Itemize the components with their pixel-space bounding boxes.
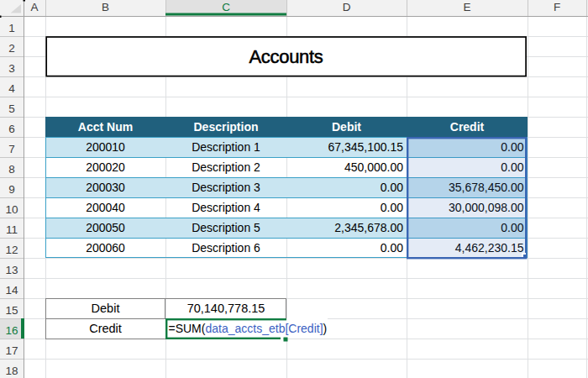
svg-text:17: 17 [5,344,18,357]
svg-text:8: 8 [8,163,15,176]
svg-text:200040: 200040 [86,201,125,214]
svg-text:Description 2: Description 2 [192,160,260,174]
svg-text:3: 3 [8,62,15,75]
svg-text:200050: 200050 [86,221,125,234]
svg-text:200010: 200010 [86,140,125,154]
svg-text:A: A [30,1,38,13]
svg-text:67,345,100.15: 67,345,100.15 [328,140,403,154]
svg-text:Description: Description [193,120,258,134]
svg-text:C: C [222,1,230,13]
svg-text:9: 9 [8,183,15,196]
svg-text:E: E [463,1,470,13]
svg-text:4: 4 [8,82,15,95]
svg-text:Acct Num: Acct Num [78,120,133,134]
svg-text:18: 18 [5,365,18,377]
svg-text:450,000.00: 450,000.00 [344,160,403,174]
svg-text:0.00: 0.00 [381,201,403,214]
svg-text:Accounts: Accounts [249,46,323,67]
svg-text:Description 4: Description 4 [192,201,260,214]
svg-text:14: 14 [5,284,18,297]
svg-text:1: 1 [8,22,15,34]
svg-text:Credit: Credit [89,322,122,335]
svg-text:200060: 200060 [86,241,125,255]
svg-text:200020: 200020 [86,160,125,174]
svg-text:Description 1: Description 1 [192,140,260,154]
svg-text:Description 6: Description 6 [192,241,260,255]
svg-text:Description 3: Description 3 [192,181,260,194]
svg-text:7: 7 [8,143,15,155]
svg-text:11: 11 [6,223,18,236]
svg-text:Credit: Credit [450,120,485,134]
svg-text:2,345,678.00: 2,345,678.00 [334,221,403,234]
svg-text:5: 5 [8,102,15,115]
svg-text:10: 10 [5,203,18,216]
svg-text:F: F [554,1,560,13]
svg-text:2: 2 [8,42,15,55]
svg-text:0.00: 0.00 [381,241,403,255]
svg-text:D: D [343,1,351,13]
svg-text:Description 5: Description 5 [192,221,260,234]
svg-text:15: 15 [5,304,18,317]
svg-text:Debit: Debit [92,302,120,315]
svg-text:12: 12 [5,244,18,256]
svg-text:0.00: 0.00 [381,181,403,194]
svg-text:=SUM(data_accts_etb[Credit]): =SUM(data_accts_etb[Credit]) [169,322,328,335]
svg-text:70,140,778.15: 70,140,778.15 [187,302,265,315]
svg-text:200030: 200030 [86,181,125,194]
svg-text:6: 6 [8,123,15,135]
svg-text:13: 13 [5,264,18,276]
svg-text:B: B [102,1,109,13]
svg-text:Debit: Debit [332,120,361,134]
svg-text:16: 16 [5,324,18,337]
